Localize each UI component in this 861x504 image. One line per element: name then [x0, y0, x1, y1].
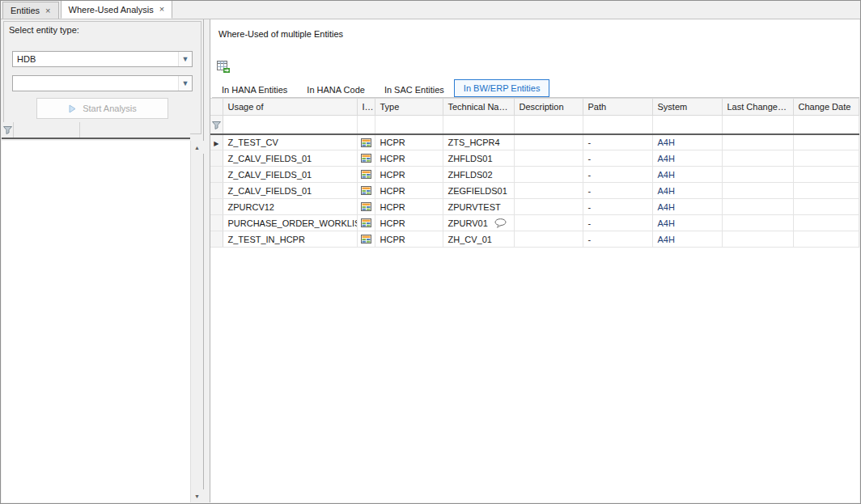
scroll-up-icon[interactable]: ▲	[191, 141, 204, 154]
cell-system: A4H	[652, 167, 722, 183]
cell-change-date	[793, 150, 859, 167]
entity-list-column-header[interactable]	[14, 122, 80, 138]
hcpr-entity-icon	[357, 150, 375, 167]
cell-usage-of: Z_TEST_IN_HCPR	[223, 231, 357, 248]
cell-path: -	[583, 150, 652, 167]
filter-cell[interactable]	[722, 116, 793, 134]
cell-path: -	[583, 231, 652, 248]
tab-in-hana-code[interactable]: In HANA Code	[297, 81, 375, 97]
filter-cell[interactable]	[793, 116, 859, 134]
cell-last-changed	[722, 199, 793, 215]
close-icon[interactable]: ×	[45, 6, 50, 15]
column-header[interactable]: Last Changed...	[722, 99, 793, 116]
table-row[interactable]: Z_CALV_FIELDS_01 HCPR ZHFLDS02 - A4H	[210, 167, 859, 183]
column-header[interactable]: Description	[514, 99, 583, 116]
grid-header-row: Usage ofI...TypeTechnical NameDescriptio…	[210, 99, 859, 116]
column-header[interactable]: I...	[357, 99, 375, 116]
cell-usage-of: PURCHASE_ORDER_WORKLIST	[223, 215, 357, 231]
cell-path: -	[583, 167, 652, 183]
filter-cell[interactable]	[652, 116, 722, 134]
table-row[interactable]: Z_TEST_IN_HCPR HCPR ZH_CV_01 - A4H	[210, 231, 859, 248]
start-analysis-button[interactable]: Start Analysis	[36, 98, 168, 119]
cell-technical-name: ZHFLDS01	[443, 150, 514, 167]
where-used-panel: Where-Used of multiple Entities In HANA …	[210, 19, 859, 502]
page-title: Where-Used of multiple Entities	[218, 29, 343, 39]
cell-usage-of: Z_CALV_FIELDS_01	[223, 150, 357, 167]
chevron-down-icon[interactable]: ▼	[178, 76, 192, 91]
tab-in-hana-entities[interactable]: In HANA Entities	[212, 81, 297, 97]
column-header[interactable]: Usage of	[223, 99, 357, 116]
filter-funnel-icon[interactable]	[210, 116, 223, 134]
tab-entities[interactable]: Entities ×	[2, 2, 59, 19]
column-header[interactable]: Change Date	[793, 99, 859, 116]
cell-system: A4H	[652, 231, 722, 248]
tab-where-used-analysis-label: Where-Used Analysis	[69, 5, 154, 15]
cell-change-date	[793, 215, 859, 231]
entity-dropdown[interactable]: ▼	[12, 75, 193, 91]
cell-usage-of: ZPURCV12	[223, 199, 357, 215]
results-grid: Usage ofI...TypeTechnical NameDescriptio…	[210, 98, 859, 248]
entity-list-column-header[interactable]	[80, 122, 190, 138]
hcpr-entity-icon	[357, 231, 375, 248]
cell-change-date	[793, 167, 859, 183]
cell-type: HCPR	[375, 134, 443, 150]
table-row[interactable]: PURCHASE_ORDER_WORKLIST HCPR ZPURV01	[210, 215, 859, 231]
cell-technical-name: ZEGFIELDS01	[443, 183, 514, 199]
table-row[interactable]: ZPURCV12 HCPR ZPURVTEST - A4H	[210, 199, 859, 215]
document-tab-bar: Entities × Where-Used Analysis ×	[1, 1, 860, 19]
cell-system: A4H	[652, 150, 722, 167]
results-table-body: ▶ Z_TEST_CV HCPR ZTS_HCPR4 - A4H Z_CAL	[210, 134, 859, 248]
cell-description	[514, 183, 583, 199]
filter-funnel-icon[interactable]	[2, 122, 14, 138]
cell-type: HCPR	[375, 167, 443, 183]
scroll-down-icon[interactable]: ▼	[191, 489, 204, 502]
cell-description	[514, 167, 583, 183]
entity-list-header	[2, 122, 190, 139]
cell-type: HCPR	[375, 183, 443, 199]
entity-type-groupbox: Select entity type: HDB ▼ ▼ Start Analys…	[3, 21, 201, 134]
left-scrollbar[interactable]: ▲ ▼	[190, 141, 203, 502]
row-indicator	[210, 167, 223, 183]
app-window: Entities × Where-Used Analysis × Select …	[0, 0, 861, 504]
filter-cell[interactable]	[583, 116, 652, 134]
filter-cell[interactable]	[357, 116, 375, 134]
row-indicator	[210, 150, 223, 167]
cell-change-date	[793, 199, 859, 215]
technical-name-text: ZHFLDS01	[448, 154, 493, 163]
filter-cell[interactable]	[375, 116, 443, 134]
cell-path: -	[583, 134, 652, 150]
cell-last-changed	[722, 215, 793, 231]
export-to-excel-icon[interactable]	[217, 60, 233, 74]
comment-bubble-icon[interactable]	[494, 218, 507, 228]
filter-cell[interactable]	[443, 116, 514, 134]
table-row[interactable]: ▶ Z_TEST_CV HCPR ZTS_HCPR4 - A4H	[210, 134, 859, 150]
chevron-down-icon[interactable]: ▼	[178, 52, 192, 66]
left-panel: Select entity type: HDB ▼ ▼ Start Analys…	[2, 19, 204, 502]
close-icon[interactable]: ×	[159, 5, 164, 14]
entity-type-dropdown[interactable]: HDB ▼	[12, 51, 193, 67]
cell-path: -	[583, 199, 652, 215]
column-header[interactable]: Type	[375, 99, 443, 116]
cell-system: A4H	[652, 134, 722, 150]
tab-label: In HANA Entities	[222, 85, 287, 95]
cell-type: HCPR	[375, 199, 443, 215]
row-indicator	[210, 183, 223, 199]
cell-system: A4H	[652, 215, 722, 231]
table-row[interactable]: Z_CALV_FIELDS_01 HCPR ZHFLDS01 - A4H	[210, 150, 859, 167]
tab-label: In BW/ERP Entities	[464, 83, 541, 93]
filter-cell[interactable]	[514, 116, 583, 134]
cell-last-changed	[722, 183, 793, 199]
cell-system: A4H	[652, 199, 722, 215]
table-row[interactable]: Z_CALV_FIELDS_01 HCPR ZEGFIELDS01 - A4H	[210, 183, 859, 199]
tab-where-used-analysis[interactable]: Where-Used Analysis ×	[61, 0, 173, 19]
column-header[interactable]: Technical Name	[443, 99, 514, 116]
cell-last-changed	[722, 231, 793, 248]
tab-entities-label: Entities	[11, 6, 40, 15]
tab-in-bw-erp-entities[interactable]: In BW/ERP Entities	[454, 79, 550, 97]
filter-cell[interactable]	[223, 116, 357, 134]
column-header[interactable]: System	[652, 99, 722, 116]
column-header[interactable]: Path	[583, 99, 652, 116]
cell-change-date	[793, 231, 859, 248]
entity-list[interactable]	[2, 141, 190, 502]
tab-in-sac-entities[interactable]: In SAC Entities	[375, 81, 454, 97]
